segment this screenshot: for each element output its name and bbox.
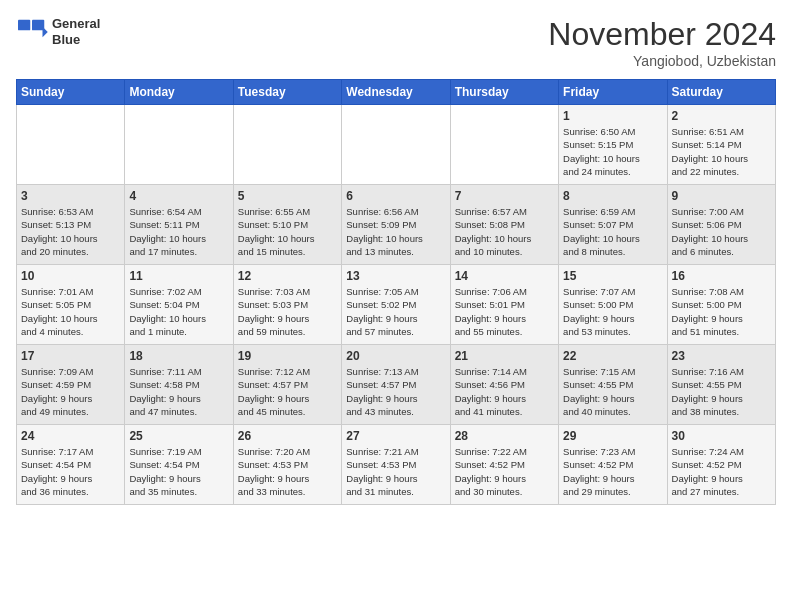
day-number: 22 — [563, 349, 662, 363]
calendar-day-cell: 19Sunrise: 7:12 AM Sunset: 4:57 PM Dayli… — [233, 345, 341, 425]
calendar-day-cell: 24Sunrise: 7:17 AM Sunset: 4:54 PM Dayli… — [17, 425, 125, 505]
weekday-header-friday: Friday — [559, 80, 667, 105]
day-number: 12 — [238, 269, 337, 283]
logo: General Blue — [16, 16, 100, 47]
day-number: 27 — [346, 429, 445, 443]
weekday-header-monday: Monday — [125, 80, 233, 105]
calendar-day-cell: 10Sunrise: 7:01 AM Sunset: 5:05 PM Dayli… — [17, 265, 125, 345]
weekday-header-row: SundayMondayTuesdayWednesdayThursdayFrid… — [17, 80, 776, 105]
calendar-day-cell: 20Sunrise: 7:13 AM Sunset: 4:57 PM Dayli… — [342, 345, 450, 425]
day-info: Sunrise: 6:54 AM Sunset: 5:11 PM Dayligh… — [129, 205, 228, 258]
day-info: Sunrise: 7:02 AM Sunset: 5:04 PM Dayligh… — [129, 285, 228, 338]
day-number: 26 — [238, 429, 337, 443]
day-info: Sunrise: 7:16 AM Sunset: 4:55 PM Dayligh… — [672, 365, 771, 418]
day-number: 11 — [129, 269, 228, 283]
calendar-week-row: 10Sunrise: 7:01 AM Sunset: 5:05 PM Dayli… — [17, 265, 776, 345]
day-info: Sunrise: 6:57 AM Sunset: 5:08 PM Dayligh… — [455, 205, 554, 258]
day-number: 10 — [21, 269, 120, 283]
day-info: Sunrise: 6:51 AM Sunset: 5:14 PM Dayligh… — [672, 125, 771, 178]
day-number: 8 — [563, 189, 662, 203]
calendar-day-cell — [342, 105, 450, 185]
calendar-day-cell: 9Sunrise: 7:00 AM Sunset: 5:06 PM Daylig… — [667, 185, 775, 265]
calendar-day-cell — [450, 105, 558, 185]
day-number: 18 — [129, 349, 228, 363]
day-info: Sunrise: 6:53 AM Sunset: 5:13 PM Dayligh… — [21, 205, 120, 258]
calendar-day-cell: 2Sunrise: 6:51 AM Sunset: 5:14 PM Daylig… — [667, 105, 775, 185]
day-info: Sunrise: 7:03 AM Sunset: 5:03 PM Dayligh… — [238, 285, 337, 338]
calendar-day-cell: 16Sunrise: 7:08 AM Sunset: 5:00 PM Dayli… — [667, 265, 775, 345]
day-number: 28 — [455, 429, 554, 443]
title-area: November 2024 Yangiobod, Uzbekistan — [548, 16, 776, 69]
calendar-day-cell: 15Sunrise: 7:07 AM Sunset: 5:00 PM Dayli… — [559, 265, 667, 345]
day-info: Sunrise: 6:55 AM Sunset: 5:10 PM Dayligh… — [238, 205, 337, 258]
calendar-day-cell — [125, 105, 233, 185]
day-number: 20 — [346, 349, 445, 363]
calendar-week-row: 17Sunrise: 7:09 AM Sunset: 4:59 PM Dayli… — [17, 345, 776, 425]
day-info: Sunrise: 6:56 AM Sunset: 5:09 PM Dayligh… — [346, 205, 445, 258]
svg-rect-0 — [18, 19, 30, 30]
calendar-day-cell: 14Sunrise: 7:06 AM Sunset: 5:01 PM Dayli… — [450, 265, 558, 345]
day-info: Sunrise: 7:00 AM Sunset: 5:06 PM Dayligh… — [672, 205, 771, 258]
calendar-day-cell: 29Sunrise: 7:23 AM Sunset: 4:52 PM Dayli… — [559, 425, 667, 505]
svg-rect-1 — [32, 19, 44, 30]
calendar-body: 1Sunrise: 6:50 AM Sunset: 5:15 PM Daylig… — [17, 105, 776, 505]
calendar-day-cell: 5Sunrise: 6:55 AM Sunset: 5:10 PM Daylig… — [233, 185, 341, 265]
calendar-day-cell: 12Sunrise: 7:03 AM Sunset: 5:03 PM Dayli… — [233, 265, 341, 345]
calendar-table: SundayMondayTuesdayWednesdayThursdayFrid… — [16, 79, 776, 505]
day-info: Sunrise: 7:07 AM Sunset: 5:00 PM Dayligh… — [563, 285, 662, 338]
day-number: 24 — [21, 429, 120, 443]
weekday-header-tuesday: Tuesday — [233, 80, 341, 105]
day-number: 23 — [672, 349, 771, 363]
day-info: Sunrise: 7:20 AM Sunset: 4:53 PM Dayligh… — [238, 445, 337, 498]
calendar-day-cell: 3Sunrise: 6:53 AM Sunset: 5:13 PM Daylig… — [17, 185, 125, 265]
calendar-day-cell: 8Sunrise: 6:59 AM Sunset: 5:07 PM Daylig… — [559, 185, 667, 265]
day-number: 25 — [129, 429, 228, 443]
calendar-day-cell: 7Sunrise: 6:57 AM Sunset: 5:08 PM Daylig… — [450, 185, 558, 265]
day-number: 7 — [455, 189, 554, 203]
calendar-day-cell — [233, 105, 341, 185]
day-info: Sunrise: 7:24 AM Sunset: 4:52 PM Dayligh… — [672, 445, 771, 498]
day-info: Sunrise: 7:14 AM Sunset: 4:56 PM Dayligh… — [455, 365, 554, 418]
day-number: 30 — [672, 429, 771, 443]
calendar-day-cell: 4Sunrise: 6:54 AM Sunset: 5:11 PM Daylig… — [125, 185, 233, 265]
day-info: Sunrise: 7:11 AM Sunset: 4:58 PM Dayligh… — [129, 365, 228, 418]
calendar-day-cell: 6Sunrise: 6:56 AM Sunset: 5:09 PM Daylig… — [342, 185, 450, 265]
header: General Blue November 2024 Yangiobod, Uz… — [16, 16, 776, 69]
calendar-week-row: 24Sunrise: 7:17 AM Sunset: 4:54 PM Dayli… — [17, 425, 776, 505]
day-info: Sunrise: 7:17 AM Sunset: 4:54 PM Dayligh… — [21, 445, 120, 498]
calendar-day-cell: 22Sunrise: 7:15 AM Sunset: 4:55 PM Dayli… — [559, 345, 667, 425]
day-info: Sunrise: 7:15 AM Sunset: 4:55 PM Dayligh… — [563, 365, 662, 418]
weekday-header-sunday: Sunday — [17, 80, 125, 105]
day-number: 21 — [455, 349, 554, 363]
day-info: Sunrise: 6:59 AM Sunset: 5:07 PM Dayligh… — [563, 205, 662, 258]
day-info: Sunrise: 6:50 AM Sunset: 5:15 PM Dayligh… — [563, 125, 662, 178]
calendar-day-cell: 30Sunrise: 7:24 AM Sunset: 4:52 PM Dayli… — [667, 425, 775, 505]
month-title: November 2024 — [548, 16, 776, 53]
day-info: Sunrise: 7:23 AM Sunset: 4:52 PM Dayligh… — [563, 445, 662, 498]
day-number: 17 — [21, 349, 120, 363]
calendar-day-cell: 21Sunrise: 7:14 AM Sunset: 4:56 PM Dayli… — [450, 345, 558, 425]
day-number: 19 — [238, 349, 337, 363]
day-info: Sunrise: 7:21 AM Sunset: 4:53 PM Dayligh… — [346, 445, 445, 498]
day-number: 29 — [563, 429, 662, 443]
calendar-day-cell: 11Sunrise: 7:02 AM Sunset: 5:04 PM Dayli… — [125, 265, 233, 345]
day-info: Sunrise: 7:05 AM Sunset: 5:02 PM Dayligh… — [346, 285, 445, 338]
day-info: Sunrise: 7:01 AM Sunset: 5:05 PM Dayligh… — [21, 285, 120, 338]
calendar-day-cell: 25Sunrise: 7:19 AM Sunset: 4:54 PM Dayli… — [125, 425, 233, 505]
calendar-day-cell: 23Sunrise: 7:16 AM Sunset: 4:55 PM Dayli… — [667, 345, 775, 425]
day-info: Sunrise: 7:06 AM Sunset: 5:01 PM Dayligh… — [455, 285, 554, 338]
calendar-day-cell: 27Sunrise: 7:21 AM Sunset: 4:53 PM Dayli… — [342, 425, 450, 505]
day-number: 13 — [346, 269, 445, 283]
weekday-header-saturday: Saturday — [667, 80, 775, 105]
svg-marker-2 — [43, 26, 48, 37]
day-info: Sunrise: 7:19 AM Sunset: 4:54 PM Dayligh… — [129, 445, 228, 498]
day-number: 2 — [672, 109, 771, 123]
calendar-day-cell: 1Sunrise: 6:50 AM Sunset: 5:15 PM Daylig… — [559, 105, 667, 185]
day-number: 1 — [563, 109, 662, 123]
calendar-week-row: 1Sunrise: 6:50 AM Sunset: 5:15 PM Daylig… — [17, 105, 776, 185]
logo-icon — [16, 18, 48, 46]
day-number: 4 — [129, 189, 228, 203]
day-info: Sunrise: 7:12 AM Sunset: 4:57 PM Dayligh… — [238, 365, 337, 418]
calendar-day-cell: 17Sunrise: 7:09 AM Sunset: 4:59 PM Dayli… — [17, 345, 125, 425]
day-info: Sunrise: 7:09 AM Sunset: 4:59 PM Dayligh… — [21, 365, 120, 418]
